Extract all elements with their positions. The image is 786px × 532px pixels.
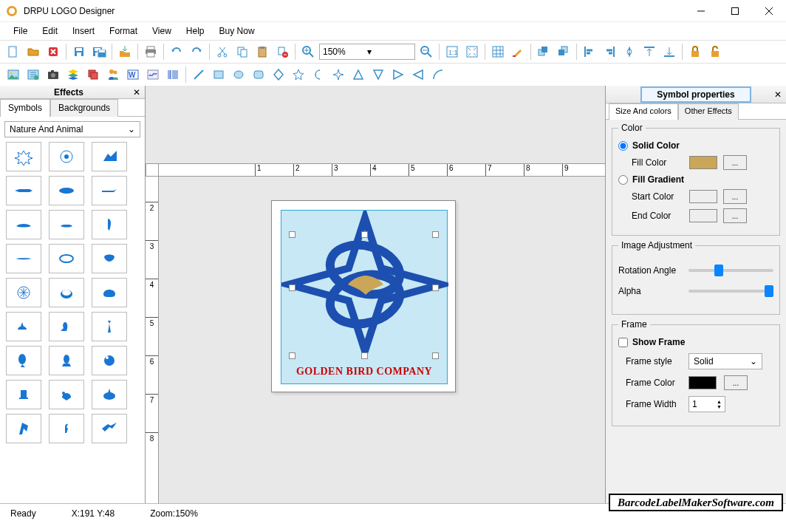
save-icon[interactable] [70,43,88,61]
category-combo[interactable]: Nature And Animal⌄ [4,121,140,137]
start-color-picker-button[interactable]: ... [723,189,747,204]
redo-icon[interactable] [188,43,205,61]
rounded-rect-icon[interactable] [250,66,267,83]
symbol-item[interactable] [6,142,41,171]
symbol-item[interactable] [92,244,127,273]
delete-icon[interactable] [273,43,291,61]
send-back-icon[interactable] [555,43,573,61]
symbol-item[interactable] [49,380,84,409]
symbol-item[interactable] [6,244,41,273]
zoom-combo[interactable]: 150%▾ [319,44,415,60]
symbol-item[interactable] [6,380,41,409]
symbol-item[interactable] [49,244,84,273]
menu-view[interactable]: View [145,24,179,38]
menu-format[interactable]: Format [102,24,145,38]
align-left-icon[interactable] [581,43,598,61]
design-page[interactable]: GOLDEN BIRD COMPANY [271,200,456,392]
symbol-item[interactable] [92,176,127,205]
minimize-button[interactable] [684,0,718,22]
tab-other-effects[interactable]: Other Effects [678,103,739,120]
align-bottom-icon[interactable] [660,43,678,61]
new-icon[interactable] [4,43,22,61]
company-text[interactable]: GOLDEN BIRD COMPANY [281,366,447,378]
ellipse-icon[interactable] [230,66,247,83]
symbol-item[interactable] [49,176,84,205]
symbol-item[interactable] [92,380,127,409]
diamond-icon[interactable] [270,66,287,83]
symbol-item[interactable] [6,312,41,341]
triangle-right-icon[interactable] [389,66,407,83]
moon-icon[interactable] [310,66,327,83]
symbol-item[interactable] [6,176,41,205]
effects-close-button[interactable]: ✕ [133,87,140,98]
tab-size-colors[interactable]: Size And colors [609,103,678,120]
align-right-icon[interactable] [601,43,618,61]
star4-icon[interactable] [329,66,347,83]
menu-file[interactable]: File [6,24,35,38]
symbol-item[interactable] [49,210,84,239]
menu-edit[interactable]: Edit [35,24,65,38]
canvas-area[interactable]: 12 34 56 78 12 34 56 78 9 [146,86,605,503]
end-color-picker-button[interactable]: ... [723,208,747,223]
frame-color-picker-button[interactable]: ... [724,375,748,390]
bring-front-icon[interactable] [535,43,553,61]
symbol-item[interactable] [92,142,127,171]
symbol-item[interactable] [49,312,84,341]
layers-icon[interactable] [64,66,82,83]
align-top-icon[interactable] [640,43,658,61]
close-file-icon[interactable] [44,43,62,61]
duplicate-icon[interactable] [84,66,102,83]
person-icon[interactable] [104,66,122,83]
fill-gradient-radio[interactable]: Fill Gradient [618,174,773,185]
fill-color-picker-button[interactable]: ... [723,155,747,170]
tab-backgrounds[interactable]: Backgrounds [50,99,118,117]
maximize-button[interactable] [718,0,752,22]
menu-help[interactable]: Help [179,24,212,38]
open-icon[interactable] [24,43,42,61]
barcode-icon[interactable] [164,66,182,83]
cut-icon[interactable] [213,43,231,61]
unlock-icon[interactable] [706,43,724,61]
fit-icon[interactable] [463,43,481,61]
show-frame-checkbox[interactable]: Show Frame [618,337,773,347]
symbol-item[interactable] [49,278,84,307]
symbol-item[interactable] [6,414,41,443]
frame-style-combo[interactable]: Solid⌄ [688,353,762,369]
properties-close-button[interactable]: ✕ [774,89,782,100]
symbol-item[interactable] [92,346,127,375]
menu-buynow[interactable]: Buy Now [212,24,262,38]
undo-icon[interactable] [168,43,185,61]
camera-icon[interactable] [44,66,62,83]
symbol-item[interactable] [6,210,41,239]
wordart-icon[interactable]: W [124,66,142,83]
save-as-icon[interactable] [90,43,108,61]
solid-color-radio[interactable]: Solid Color [618,140,773,151]
frame-color-swatch[interactable] [688,376,717,389]
symbol-item[interactable] [6,278,41,307]
start-color-swatch[interactable] [689,190,717,203]
triangle-up-icon[interactable] [349,66,367,83]
rotation-slider[interactable] [688,269,773,272]
symbol-item[interactable] [92,312,127,341]
close-button[interactable] [752,0,786,22]
logo-symbol[interactable]: GOLDEN BIRD COMPANY [281,210,448,384]
symbol-item[interactable] [49,414,84,443]
align-center-icon[interactable] [621,43,638,61]
signature-icon[interactable] [144,66,162,83]
menu-insert[interactable]: Insert [65,24,102,38]
zoom-out-icon[interactable] [417,43,435,61]
symbol-item[interactable] [92,210,127,239]
star-icon[interactable] [290,66,307,83]
library-icon[interactable] [24,66,42,83]
symbol-item[interactable] [49,346,84,375]
export-icon[interactable] [116,43,134,61]
end-color-swatch[interactable] [689,209,717,222]
fill-color-swatch[interactable] [689,156,717,169]
line-icon[interactable] [190,66,208,83]
actual-size-icon[interactable]: 1:1 [443,43,461,61]
zoom-in-icon[interactable] [299,43,317,61]
tab-symbols[interactable]: Symbols [0,99,50,117]
frame-width-spinner[interactable]: 1 ▲▼ [688,396,725,412]
lock-icon[interactable] [686,43,704,61]
print-icon[interactable] [142,43,160,61]
